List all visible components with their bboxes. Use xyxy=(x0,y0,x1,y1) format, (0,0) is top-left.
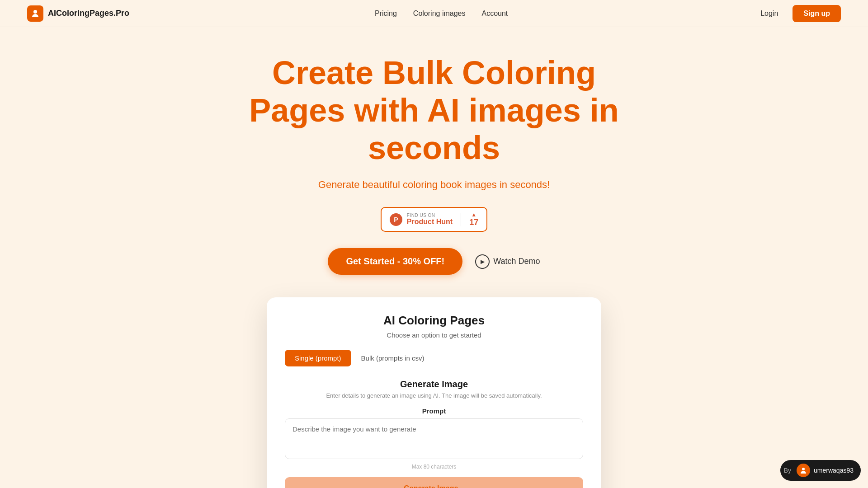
hero-subtitle: Generate beautiful coloring book images … xyxy=(318,179,550,191)
username-label: umerwaqas93 xyxy=(814,467,854,474)
app-preview-wrapper: AI Coloring Pages Choose an option to ge… xyxy=(9,297,859,488)
app-card-title: AI Coloring Pages xyxy=(285,314,583,328)
product-hunt-logo: P xyxy=(390,213,402,226)
app-card-subtitle: Choose an option to get started xyxy=(285,331,583,339)
prompt-textarea[interactable] xyxy=(285,418,583,459)
signup-button[interactable]: Sign up xyxy=(793,5,841,22)
prompt-label: Prompt xyxy=(285,407,583,415)
hero-title: Create Bulk Coloring Pages with AI image… xyxy=(231,54,637,166)
user-avatar xyxy=(797,464,810,477)
play-icon: ▶ xyxy=(475,254,490,269)
watch-demo-label: Watch Demo xyxy=(493,257,540,266)
login-button[interactable]: Login xyxy=(753,6,785,21)
tab-single-prompt[interactable]: Single (prompt) xyxy=(285,350,351,366)
generate-button[interactable]: Generate Image... xyxy=(285,477,583,488)
navbar: AIColoringPages.Pro Pricing Coloring ima… xyxy=(0,0,868,27)
svg-point-1 xyxy=(802,468,805,470)
generate-section-desc: Enter details to generate an image using… xyxy=(285,392,583,399)
watch-demo-button[interactable]: ▶ Watch Demo xyxy=(475,254,540,269)
upvote-count: 17 xyxy=(469,218,478,227)
cta-button[interactable]: Get Started - 30% OFF! xyxy=(328,248,462,275)
generate-section-title: Generate Image xyxy=(285,379,583,389)
nav-link-pricing[interactable]: Pricing xyxy=(375,9,397,18)
logo-link[interactable]: AIColoringPages.Pro xyxy=(27,5,129,22)
cta-row: Get Started - 30% OFF! ▶ Watch Demo xyxy=(328,248,540,275)
tab-bulk-csv[interactable]: Bulk (prompts in csv) xyxy=(351,350,434,366)
hero-section: Create Bulk Coloring Pages with AI image… xyxy=(0,27,868,488)
svg-point-0 xyxy=(33,10,37,14)
product-hunt-text: FIND US ON Product Hunt xyxy=(407,213,453,226)
nav-links: Pricing Coloring images Account xyxy=(375,9,508,18)
upvote-arrow-icon: ▲ xyxy=(471,211,476,218)
nav-link-account[interactable]: Account xyxy=(481,9,508,18)
product-hunt-badge[interactable]: P FIND US ON Product Hunt ▲ 17 xyxy=(381,207,487,232)
app-preview-card: AI Coloring Pages Choose an option to ge… xyxy=(267,297,601,488)
logo-text: AIColoringPages.Pro xyxy=(48,9,129,18)
product-hunt-find-text: FIND US ON xyxy=(407,213,453,218)
by-label: By xyxy=(784,467,791,474)
product-hunt-count: ▲ 17 xyxy=(469,211,478,227)
char-limit-text: Max 80 characters xyxy=(285,464,583,470)
product-hunt-divider xyxy=(461,213,461,226)
user-badge: By umerwaqas93 xyxy=(780,460,861,481)
nav-link-coloring[interactable]: Coloring images xyxy=(413,9,466,18)
product-hunt-name: Product Hunt xyxy=(407,218,453,226)
logo-icon xyxy=(27,5,43,22)
nav-actions: Login Sign up xyxy=(753,5,841,22)
tab-row: Single (prompt) Bulk (prompts in csv) xyxy=(285,350,583,366)
